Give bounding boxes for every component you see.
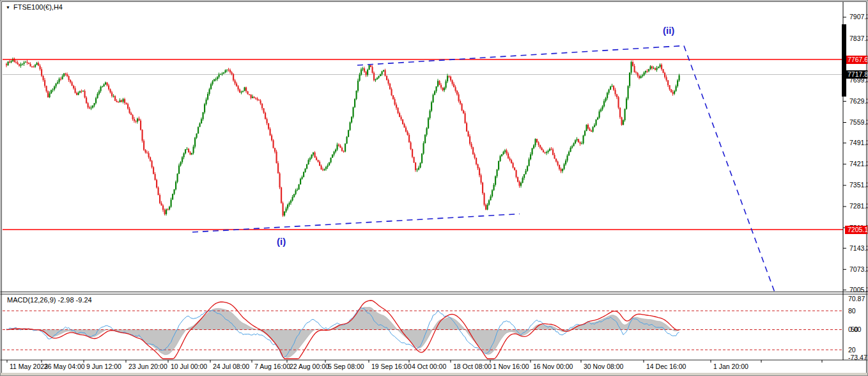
bearish-projection-line[interactable]	[684, 46, 775, 293]
panel-borders	[1, 2, 868, 360]
date-tick-label: 1 Jan 20:00	[713, 363, 748, 370]
current-price-badge: 7717.8	[845, 70, 868, 79]
price-tick-label: 7073.3	[849, 266, 868, 273]
chart-canvas	[1, 1, 868, 376]
date-tick-label: 22 Aug 00:00	[290, 363, 329, 370]
chart-window: ▼ FTSE100(€),H4 (ii) (i) MACD(12,26,9) -…	[0, 0, 868, 376]
date-tick-label: 30 Nov 08:00	[584, 363, 623, 370]
date-tick-label: 18 Oct 08:00	[453, 363, 492, 370]
price-tick-label: 7005.3	[849, 286, 868, 294]
price-level-badge: 7767.6	[845, 56, 868, 64]
date-tick-label: 10 Jul 00:00	[171, 363, 207, 370]
macd-axis-label: -73.47	[848, 354, 867, 361]
date-tick-label: 14 Dec 16:00	[646, 363, 686, 370]
date-tick-label: 11 May 2023	[10, 363, 48, 370]
date-tick-label: 23 Jun 20:00	[128, 363, 167, 370]
upper-channel-line[interactable]	[357, 46, 684, 66]
candles-group	[6, 58, 680, 217]
date-tick-label: 5 Sep 08:00	[328, 363, 364, 370]
symbol-title: FTSE100(€),H4	[13, 3, 63, 11]
date-tick-label: 19 Sep 16:00	[371, 363, 411, 370]
wave-label-i[interactable]: (i)	[277, 236, 286, 247]
date-tick-label: 24 Jul 08:00	[213, 363, 249, 370]
price-tick-label: 7281.3	[849, 203, 868, 210]
price-tick-label: 7143.3	[849, 245, 868, 252]
date-tick-label: 1 Nov 16:00	[493, 363, 529, 370]
price-tick-label: 7629.3	[849, 98, 868, 105]
date-tick-label: 4 Oct 00:00	[412, 363, 446, 370]
price-level-badge: 7205.1	[845, 226, 868, 234]
date-tick-label: 26 May 04:00	[44, 363, 85, 370]
macd-axis-label: 80	[848, 308, 856, 315]
bottom-strip	[1, 373, 867, 376]
date-tick-label: 16 Nov 00:00	[533, 363, 573, 370]
macd-group	[3, 301, 843, 359]
date-tick-label: 9 Jun 12:00	[86, 363, 121, 370]
price-axis-marker-bar[interactable]	[842, 24, 846, 97]
dropdown-triangle-icon[interactable]: ▼	[6, 4, 10, 11]
macd-axis-label: 70.87	[848, 295, 865, 302]
price-tick-label: 7421.3	[849, 161, 868, 168]
date-tick-label: 7 Aug 16:00	[254, 363, 290, 370]
price-tick-label: 7491.3	[849, 139, 868, 146]
price-tick-label: 7559.3	[849, 119, 868, 126]
macd-indicator-label: MACD(12,26,9) -2.98 -9.24	[7, 296, 92, 304]
price-tick-label: 7837.3	[849, 35, 868, 42]
macd-axis-label: 20	[848, 347, 856, 354]
price-tick-label: 7351.3	[849, 182, 868, 189]
macd-axis-label: 0.00	[848, 326, 861, 333]
price-tick-label: 7907.3	[849, 13, 868, 20]
wave-label-ii[interactable]: (ii)	[663, 25, 674, 36]
symbol-selector[interactable]: ▼ FTSE100(€),H4	[6, 3, 63, 11]
